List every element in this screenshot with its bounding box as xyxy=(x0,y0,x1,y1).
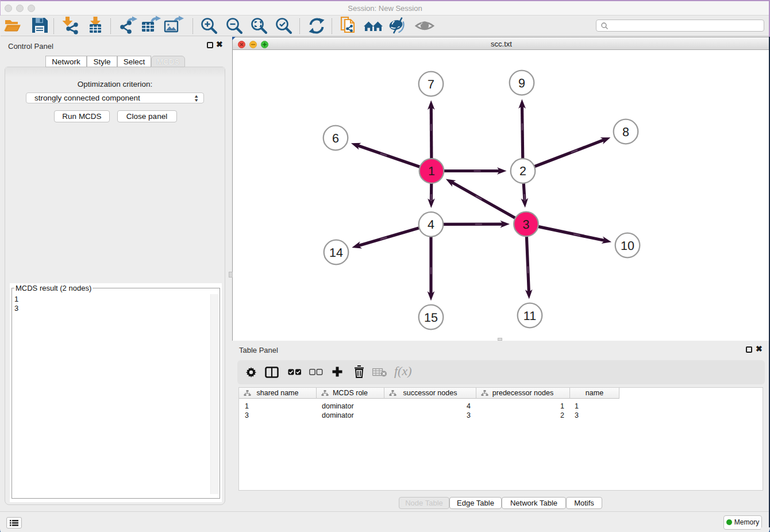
svg-text:3: 3 xyxy=(523,218,530,232)
svg-text:2: 2 xyxy=(519,164,526,178)
svg-text:11: 11 xyxy=(523,309,536,323)
svg-text:9: 9 xyxy=(518,76,525,90)
svg-text:1: 1 xyxy=(428,164,435,178)
svg-text:6: 6 xyxy=(332,132,339,145)
svg-text:10: 10 xyxy=(621,239,634,253)
svg-text:14: 14 xyxy=(329,246,343,260)
svg-text:4: 4 xyxy=(428,218,434,232)
svg-text:8: 8 xyxy=(622,125,629,139)
svg-text:15: 15 xyxy=(424,311,438,325)
svg-text:7: 7 xyxy=(428,78,434,91)
